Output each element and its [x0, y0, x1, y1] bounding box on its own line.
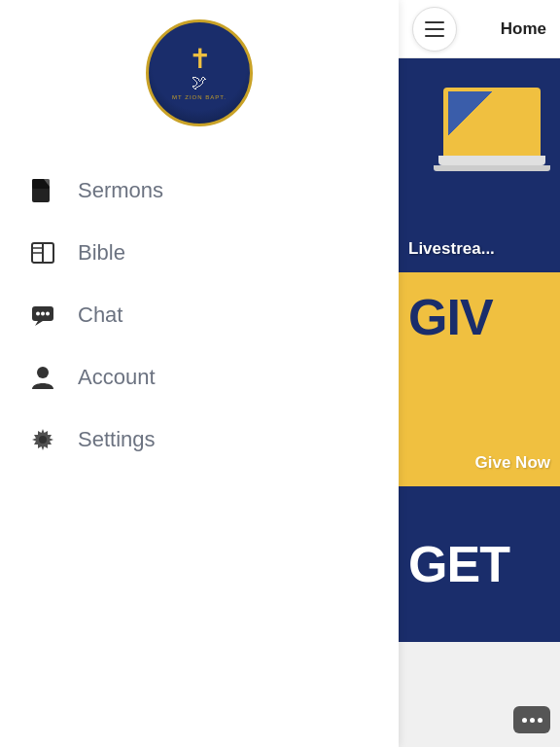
- chat-dot-3: [538, 718, 542, 723]
- livestream-card[interactable]: Livestrea...: [399, 58, 560, 272]
- chat-dot-2: [530, 718, 535, 723]
- hamburger-line-1: [425, 21, 444, 23]
- main-header: Home: [399, 0, 560, 58]
- get-card[interactable]: GET: [399, 486, 560, 642]
- chat-fab-button[interactable]: [513, 706, 550, 733]
- sidebar-item-settings-label: Settings: [78, 427, 156, 452]
- main-panel: Home Livestrea... GIV Give Now GET: [399, 0, 560, 747]
- church-logo: ✝ 🕊 MT ZION BAPT.: [146, 19, 253, 126]
- person-icon: [29, 364, 56, 391]
- svg-marker-11: [35, 321, 43, 326]
- give-big-text: GIV: [408, 292, 493, 342]
- laptop-illustration: [434, 88, 560, 214]
- get-big-text: GET: [408, 535, 509, 593]
- book-icon: [29, 239, 56, 267]
- livestream-label: Livestrea...: [408, 239, 495, 259]
- dove-icon: 🕊: [192, 75, 207, 90]
- sidebar-item-account-label: Account: [78, 365, 156, 390]
- laptop-screen-inner: [448, 91, 536, 153]
- cross-icon: ✝: [189, 46, 211, 73]
- sidebar-item-bible[interactable]: Bible: [0, 222, 399, 284]
- page-title: Home: [501, 19, 546, 39]
- cards-area: Livestrea... GIV Give Now GET: [399, 58, 560, 747]
- svg-point-9: [41, 312, 45, 316]
- laptop-base: [438, 156, 545, 165]
- sidebar-item-settings[interactable]: Settings: [0, 409, 399, 471]
- sidebar-item-chat[interactable]: Chat: [0, 284, 399, 346]
- give-now-label: Give Now: [475, 453, 550, 473]
- gear-icon: [29, 426, 56, 453]
- sidebar: ✝ 🕊 MT ZION BAPT. Sermons: [0, 0, 399, 747]
- sidebar-item-sermons[interactable]: Sermons: [0, 160, 399, 222]
- svg-point-8: [36, 312, 40, 316]
- hamburger-line-2: [425, 28, 444, 30]
- laptop-bottom: [434, 165, 550, 171]
- nav-list: Sermons Bible: [0, 150, 399, 480]
- chat-dot-1: [522, 718, 527, 723]
- chat-icon: [29, 302, 56, 329]
- logo-text: MT ZION BAPT.: [172, 94, 227, 100]
- give-card[interactable]: GIV Give Now: [399, 272, 560, 486]
- hamburger-button[interactable]: [412, 7, 457, 52]
- document-icon: [29, 177, 56, 204]
- laptop-screen: [443, 88, 541, 156]
- sidebar-item-account[interactable]: Account: [0, 346, 399, 409]
- chat-dots: [522, 718, 542, 723]
- sidebar-item-bible-label: Bible: [78, 240, 125, 266]
- logo-area: ✝ 🕊 MT ZION BAPT.: [0, 0, 399, 150]
- sidebar-item-chat-label: Chat: [78, 302, 122, 328]
- svg-point-12: [37, 367, 49, 378]
- hamburger-line-3: [425, 35, 444, 37]
- sidebar-item-sermons-label: Sermons: [78, 178, 163, 203]
- svg-point-10: [46, 312, 50, 316]
